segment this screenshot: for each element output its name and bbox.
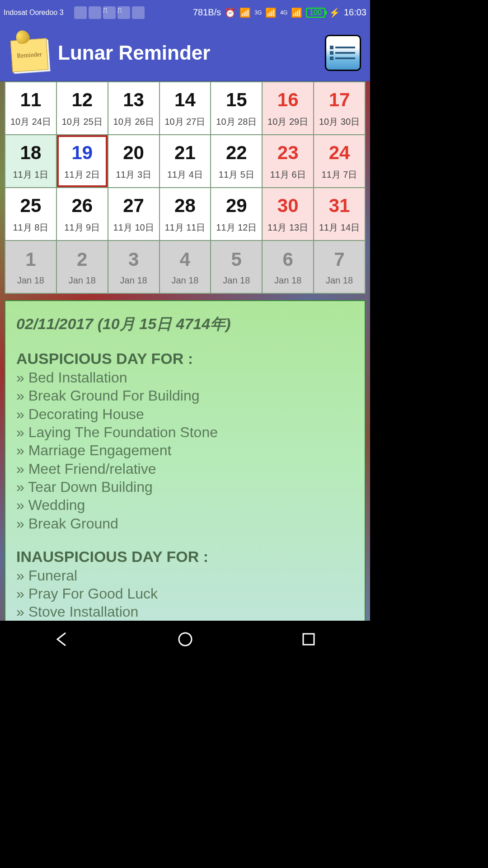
signal-3g: 3G <box>254 9 262 16</box>
list-item: Marriage Engagement <box>16 441 354 459</box>
day-number: 2 <box>58 248 107 271</box>
day-number: 27 <box>109 194 158 217</box>
list-item: Break Ground For Building <box>16 387 354 405</box>
auspicious-heading: AUSPICIOUS DAY FOR : <box>16 350 354 368</box>
lunar-label: Jan 18 <box>6 275 55 286</box>
calendar-day[interactable]: 5Jan 18 <box>211 241 262 293</box>
day-number: 22 <box>212 142 261 164</box>
day-number: 3 <box>109 248 158 271</box>
list-item: Decorating House <box>16 405 354 423</box>
calendar-day[interactable]: 2211月 5日 <box>211 135 262 187</box>
calendar-day[interactable]: 1410月 27日 <box>160 82 211 134</box>
calendar-day[interactable]: 2711月 10日 <box>108 188 159 240</box>
calendar-day[interactable]: 1811月 1日 <box>5 135 56 187</box>
calendar-day[interactable]: 2Jan 18 <box>57 241 108 293</box>
lunar-label: 10月 25日 <box>58 116 107 128</box>
lunar-label: 10月 29日 <box>263 116 312 128</box>
calendar-day[interactable]: 1110月 24日 <box>5 82 56 134</box>
recent-apps-button[interactable] <box>300 630 318 648</box>
calendar-day[interactable]: 7Jan 18 <box>314 241 365 293</box>
day-number: 1 <box>6 248 55 271</box>
calendar-day[interactable]: 2411月 7日 <box>314 135 365 187</box>
list-item: Bed Installation <box>16 368 354 387</box>
calendar-day[interactable]: 1610月 29日 <box>263 82 313 134</box>
auspicious-list: Bed InstallationBreak Ground For Buildin… <box>16 368 354 533</box>
calendar-day[interactable]: 2511月 8日 <box>5 188 56 240</box>
lunar-label: Jan 18 <box>161 275 210 286</box>
day-info-panel[interactable]: 02/11/2017 (10月 15日 4714年) AUSPICIOUS DA… <box>5 300 366 623</box>
day-number: 19 <box>58 142 107 164</box>
reminder-note-icon: Reminder <box>10 38 49 72</box>
home-button[interactable] <box>176 630 194 648</box>
list-item: Tear Down Building <box>16 478 354 496</box>
calendar-day[interactable]: 6Jan 18 <box>263 241 313 293</box>
calendar-day[interactable]: 3Jan 18 <box>108 241 159 293</box>
calendar-day[interactable]: 2911月 12日 <box>211 188 262 240</box>
calendar-day[interactable]: 2111月 4日 <box>160 135 211 187</box>
calendar-day[interactable]: 1310月 26日 <box>108 82 159 134</box>
day-number: 24 <box>315 142 364 164</box>
day-number: 23 <box>263 142 312 164</box>
lunar-label: Jan 18 <box>315 275 364 286</box>
list-item: Laying The Foundation Stone <box>16 423 354 441</box>
wifi-icon: 📶 <box>239 7 251 18</box>
day-number: 6 <box>263 248 312 271</box>
lunar-label: 11月 14日 <box>315 222 364 234</box>
calendar-day[interactable]: 2311月 6日 <box>263 135 313 187</box>
notification-icons: ⎍ ⎍ <box>74 6 145 19</box>
lunar-label: 11月 11日 <box>161 222 210 234</box>
list-item: Stove Installation <box>16 603 354 621</box>
calendar-day[interactable]: 1510月 28日 <box>211 82 262 134</box>
calendar-day[interactable]: 1710月 30日 <box>314 82 365 134</box>
calendar-day[interactable]: 3111月 14日 <box>314 188 365 240</box>
lunar-label: 10月 26日 <box>109 116 158 128</box>
list-item: Break Ground <box>16 514 354 533</box>
svg-point-0 <box>179 633 192 646</box>
list-icon-line <box>335 57 355 59</box>
notif-icon <box>74 6 87 19</box>
lunar-label: 11月 7日 <box>315 169 364 181</box>
calendar-day[interactable]: 1911月 2日 <box>57 135 108 187</box>
list-button[interactable] <box>325 35 361 71</box>
day-number: 20 <box>109 142 158 164</box>
calendar-day[interactable]: 4Jan 18 <box>160 241 211 293</box>
lunar-label: Jan 18 <box>263 275 312 286</box>
day-number: 13 <box>109 89 158 111</box>
lunar-label: 10月 28日 <box>212 116 261 128</box>
calendar-day[interactable]: 3011月 13日 <box>263 188 313 240</box>
solar-date: 02/11/2017 <box>16 315 93 332</box>
carrier-label: Indosat Ooredoo 3 <box>4 9 71 17</box>
day-number: 14 <box>161 89 210 111</box>
usb-icon: ⎍ <box>103 6 116 19</box>
notif-icon <box>89 6 101 19</box>
day-number: 7 <box>315 248 364 271</box>
calendar-day[interactable]: 1Jan 18 <box>5 241 56 293</box>
list-item: Meet Friend/relative <box>16 460 354 478</box>
calendar-day[interactable]: 2611月 9日 <box>57 188 108 240</box>
calendar-day[interactable]: 2811月 11日 <box>160 188 211 240</box>
app-title: Lunar Reminder <box>58 42 317 64</box>
network-speed: 781B/s <box>193 7 221 18</box>
day-number: 18 <box>6 142 55 164</box>
calendar-day[interactable]: 1210月 25日 <box>57 82 108 134</box>
day-number: 28 <box>161 194 210 217</box>
day-number: 30 <box>263 194 312 217</box>
day-number: 31 <box>315 194 364 217</box>
charging-icon: ⚡ <box>329 7 340 18</box>
lunar-label: 10月 27日 <box>161 116 210 128</box>
lunar-label: 10月 24日 <box>6 116 55 128</box>
lunar-label: Jan 18 <box>212 275 261 286</box>
back-button[interactable] <box>53 630 71 648</box>
svg-rect-1 <box>303 634 314 645</box>
calendar-day[interactable]: 2011月 3日 <box>108 135 159 187</box>
battery-indicator: 100 <box>306 8 325 18</box>
inauspicious-heading: INAUSPICIOUS DAY FOR : <box>16 548 354 566</box>
list-item: Funeral <box>16 566 354 585</box>
day-number: 16 <box>263 89 312 111</box>
lunar-label: 11月 10日 <box>109 222 158 234</box>
list-item: Pray For Good Luck <box>16 585 354 603</box>
lunar-label: Jan 18 <box>109 275 158 286</box>
list-icon-line <box>335 47 355 48</box>
lunar-date: 10月 15日 4714年 <box>103 315 225 332</box>
alarm-icon: ⏰ <box>225 7 236 18</box>
